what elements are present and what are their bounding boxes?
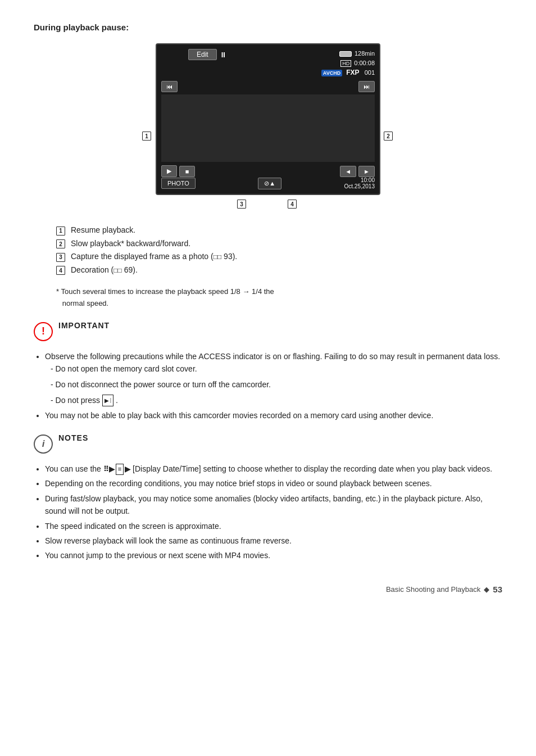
camera-bottom-row: PHOTO ⊘▲ 10:00 Oct.25,2013 [161,177,375,189]
left-controls: ▶ ■ [161,165,195,177]
battery-row: 128min [321,49,375,58]
notes-item-5: Slow reverse playback will look the same… [45,535,502,547]
stop-button[interactable]: ■ [179,166,195,177]
item-text-3: Capture the displayed frame as a photo (… [71,252,237,261]
list-item-2: 2 Slow playback* backward/forward. [56,239,502,249]
item-num-2: 2 [56,239,65,248]
fwd-button[interactable]: ► [358,166,375,177]
footer-bullet: ◆ [484,585,489,594]
important-icon: ! [34,322,53,341]
list-item-4: 4 Decoration (□□ 69). [56,265,502,275]
list-item-3: 3 Capture the displayed frame as a photo… [56,252,502,262]
quality-label: FXP [346,69,359,76]
arrow-icon: ▶ [125,464,130,476]
skip-next-button[interactable]: ⏭ [358,81,375,92]
outer-label-1: 1 [142,132,153,141]
menu-icon-group: ⠿▶ ≡ ▶ [103,464,130,476]
pause-symbol: II [221,51,225,59]
notes-section: i NOTES You can use the ⠿▶ ≡ ▶ [Display … [34,433,502,562]
important-label: IMPORTANT [58,321,110,330]
play-button[interactable]: ▶ [161,165,177,177]
notes-item-6: You cannot jump to the previous or next … [45,549,502,562]
notes-content: NOTES [58,433,88,446]
notes-item-4: The speed indicated on the screen is app… [45,520,502,532]
important-sub-3: Do not press ▶| . [51,394,502,408]
important-sub-1: Do not open the memory card slot cover. [51,363,502,376]
section-title: During playback pause: [34,22,502,32]
playback-controls-row: ▶ ■ ◄ ► [161,165,375,177]
important-item-1: Observe the following precautions while … [45,350,502,408]
skip-prev-button[interactable]: ⏮ [161,81,178,92]
camera-top-bar: Edit II 128min HD 0:00:08 AVCHD FXP [161,49,375,78]
important-list: Observe the following precautions while … [45,350,502,422]
important-item-2: You may not be able to play back with th… [45,409,502,422]
important-sub-list: Do not open the memory card slot cover. … [51,363,502,407]
label-3: 3 [237,200,246,209]
time-row: HD 0:00:08 [321,58,375,68]
page-number: 53 [493,585,502,594]
skip-controls-row: ⏮ ⏭ [161,81,375,92]
footnote: * Touch several times to increase the pl… [56,286,502,310]
item-num-4: 4 [56,266,65,275]
edit-area: Edit II [161,49,225,60]
footer-text: Basic Shooting and Playback [386,585,480,594]
notes-item-2: Depending on the recording conditions, y… [45,477,502,490]
important-header: ! IMPORTANT [34,321,502,341]
format-row: AVCHD FXP 001 [321,67,375,78]
notes-label: NOTES [58,433,88,442]
time-label: 0:00:08 [354,60,375,66]
outer-label-2: 2 [384,132,395,141]
edit-button[interactable]: Edit [188,49,217,60]
notes-list: You can use the ⠿▶ ≡ ▶ [Display Date/Tim… [45,463,502,562]
feature-list: 1 Resume playback. 2 Slow playback* back… [56,225,502,275]
photo-button[interactable]: PHOTO [161,178,196,189]
important-content: IMPORTANT [58,321,110,333]
notes-item-1: You can use the ⠿▶ ≡ ▶ [Display Date/Tim… [45,463,502,476]
right-controls: ◄ ► [340,166,375,177]
item-num-1: 1 [56,227,65,236]
item-text-1: Resume playback. [71,225,135,234]
bottom-labels: 3 4 [156,200,380,209]
battery-label: 128min [355,50,375,57]
scene-button[interactable]: ⊘▲ [258,178,281,189]
notes-header: i NOTES [34,433,502,454]
clip-number: 001 [365,69,375,76]
page-footer: Basic Shooting and Playback ◆ 53 [34,585,502,594]
menu-icon: ≡ [116,464,124,475]
hd-icon: HD [340,60,351,67]
list-item-1: 1 Resume playback. [56,225,502,236]
settings-icon: ⠿▶ [103,464,115,476]
item-text-2: Slow playback* backward/forward. [71,239,190,248]
important-sub-2: Do not disconnect the power source or tu… [51,378,502,392]
notes-item-3: During fast/slow playback, you may notic… [45,492,502,518]
label-4: 4 [288,200,297,209]
avchd-badge: AVCHD [321,70,342,76]
item-text-4: Decoration (□□ 69). [71,265,138,274]
rwd-button[interactable]: ◄ [340,166,356,177]
press-icon: ▶| [102,395,113,406]
notes-icon: i [34,434,53,454]
item-num-3: 3 [56,253,65,262]
camera-screen: Edit II 128min HD 0:00:08 AVCHD FXP [156,43,380,195]
camera-status-right: 128min HD 0:00:08 AVCHD FXP 001 [321,49,375,78]
date-display: 10:00 Oct.25,2013 [344,177,375,189]
camera-screen-container: 1 2 Edit II 128min HD [34,43,502,209]
video-area [161,94,375,162]
important-section: ! IMPORTANT Observe the following precau… [34,321,502,422]
